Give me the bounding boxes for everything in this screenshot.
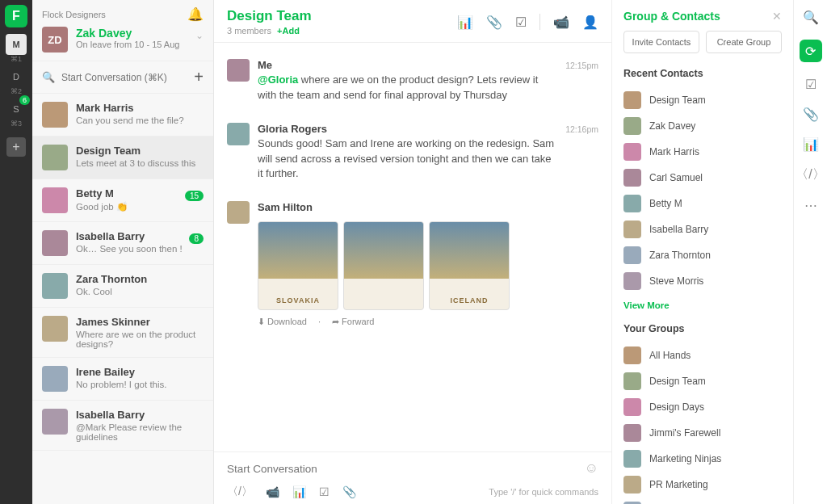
message-text: @Gloria where are we on the product desi…	[258, 73, 559, 103]
add-member-button[interactable]: +Add	[277, 26, 300, 36]
contact-name: Steve Morris	[649, 275, 703, 287]
view-more-contacts[interactable]: View More	[623, 300, 782, 310]
avatar	[623, 424, 641, 442]
group-item[interactable]: Jimmi's Farewell	[623, 420, 782, 446]
contact-name: Betty M	[649, 198, 682, 209]
conversation-item[interactable]: Zara ThorntonOk. Cool	[32, 265, 213, 308]
message-input[interactable]	[227, 463, 585, 475]
search-input[interactable]	[61, 72, 194, 83]
avatar	[623, 220, 641, 238]
chat-title: Design Team	[227, 8, 457, 24]
conversation-preview: Where are we on the product designs?	[76, 330, 201, 349]
forward-button[interactable]: ➦ Forward	[332, 317, 374, 327]
conversation-item[interactable]: Isabella BarryOk… See you soon then !8	[32, 222, 213, 265]
invite-contacts-button[interactable]: Invite Contacts	[623, 31, 699, 53]
group-item[interactable]: Marketing Ninjas	[623, 446, 782, 472]
files-icon[interactable]: 📎	[803, 107, 819, 122]
dev-icon[interactable]: 〈/〉	[796, 166, 825, 183]
conversation-title: Zara Thornton	[76, 273, 147, 285]
attach-small-icon[interactable]: 📎	[342, 485, 356, 498]
profile-menu[interactable]: ZD Zak Davey On leave from 10 - 15 Aug ⌄	[32, 23, 213, 61]
create-group-button[interactable]: Create Group	[706, 31, 782, 53]
avatar	[623, 272, 641, 290]
avatar	[623, 450, 641, 468]
todo-icon[interactable]: ☑	[515, 15, 527, 30]
attachment-icon[interactable]: 📎	[486, 15, 502, 30]
avatar	[623, 143, 641, 161]
history-icon[interactable]: ⟳	[800, 40, 822, 62]
recent-contact-item[interactable]: Design Team	[623, 87, 782, 113]
recent-contact-item[interactable]: Steve Morris	[623, 268, 782, 294]
group-item[interactable]: All Hands	[623, 342, 782, 368]
workspace-s[interactable]: S6	[6, 99, 27, 120]
app-logo[interactable]: F	[5, 5, 27, 27]
conversation-list: Mark HarrisCan you send me the file?Desi…	[32, 94, 213, 504]
poll-icon[interactable]: 📊	[457, 15, 473, 30]
unread-badge: 8	[189, 233, 204, 244]
more-icon[interactable]: ⋯	[804, 198, 817, 213]
notifications-icon[interactable]: 🔔	[187, 6, 204, 22]
profile-status: On leave from 10 - 15 Aug	[76, 40, 179, 49]
close-icon[interactable]: ✕	[772, 10, 782, 23]
global-search-icon[interactable]: 🔍	[803, 10, 819, 25]
message: Me@Gloria where are we on the product de…	[227, 59, 598, 103]
todo-small-icon[interactable]: ☑	[319, 485, 330, 498]
workspace-d[interactable]: D	[6, 66, 27, 87]
recent-contacts-header: Recent Contacts	[623, 68, 782, 79]
workspace-m[interactable]: M	[6, 34, 27, 55]
message: Sam HiltonSLOVAKIAICELAND⬇ Download · ➦ …	[227, 201, 598, 327]
avatar	[42, 230, 68, 256]
recent-contact-item[interactable]: Mark Harris	[623, 139, 782, 165]
conversation-item[interactable]: Design TeamLets meet at 3 to discuss thi…	[32, 136, 213, 179]
avatar	[42, 145, 68, 170]
conversation-title: Betty M	[76, 187, 128, 200]
group-item[interactable]: PR Marketing	[623, 472, 782, 498]
contacts-title: Group & Contacts	[623, 10, 720, 23]
attachment-card[interactable]: ICELAND	[429, 221, 510, 310]
conversation-item[interactable]: Isabella Barry@Mark Please review the gu…	[32, 401, 213, 451]
new-conversation-button[interactable]: +	[194, 68, 204, 86]
recent-contact-item[interactable]: Zak Davey	[623, 113, 782, 139]
avatar	[623, 91, 641, 109]
message-text: Sounds good! Sam and Irene are working o…	[258, 136, 559, 183]
conversation-title: Irene Bailey	[76, 366, 167, 378]
recent-contact-item[interactable]: Betty M	[623, 191, 782, 216]
message-sender: Me	[258, 59, 559, 71]
attachment-card[interactable]	[343, 221, 424, 310]
download-button[interactable]: ⬇ Download	[258, 317, 307, 327]
conversation-sidebar: Flock Designers 🔔 ZD Zak Davey On leave …	[32, 0, 214, 504]
mention[interactable]: @Gloria	[258, 74, 298, 86]
video-call-icon[interactable]: 📹	[553, 15, 569, 30]
contact-name: Design Team	[649, 376, 706, 387]
group-item[interactable]: Team Outing	[623, 498, 782, 504]
add-person-icon[interactable]: 👤	[582, 15, 598, 30]
group-item[interactable]: Design Days	[623, 394, 782, 420]
recent-contact-item[interactable]: Zara Thornton	[623, 242, 782, 268]
group-item[interactable]: Design Team	[623, 368, 782, 394]
conversation-item[interactable]: James SkinnerWhere are we on the product…	[32, 308, 213, 358]
message-time: 12:16pm	[565, 123, 598, 134]
avatar	[623, 246, 641, 264]
conversation-title: Isabella Barry	[76, 230, 183, 242]
chat-pane: Design Team 3 members +Add 📊 📎 ☑ 📹 👤 Me@…	[214, 0, 611, 504]
message-sender: Sam Hilton	[258, 201, 598, 213]
recent-contact-item[interactable]: Carl Samuel	[623, 165, 782, 191]
avatar	[623, 117, 641, 135]
video-icon[interactable]: 📹	[266, 485, 279, 498]
code-snippet-icon[interactable]: 〈/〉	[227, 485, 253, 499]
avatar	[42, 187, 68, 213]
conversation-item[interactable]: Mark HarrisCan you send me the file?	[32, 94, 213, 136]
contact-name: Design Team	[649, 94, 706, 106]
org-name: Flock Designers	[42, 10, 106, 19]
add-workspace-button[interactable]: +	[6, 137, 26, 157]
tasks-icon[interactable]: ☑	[805, 77, 817, 92]
conversation-item[interactable]: Betty MGood job 👏15	[32, 179, 213, 222]
contact-name: Marketing Ninjas	[649, 453, 721, 464]
conversation-item[interactable]: Irene BaileyNo problem! I got this.	[32, 358, 213, 401]
poll-small-icon[interactable]: 📊	[292, 485, 306, 498]
emoji-icon[interactable]: ☺	[585, 460, 598, 477]
contact-name: Mark Harris	[649, 146, 699, 158]
analytics-icon[interactable]: 📊	[803, 136, 819, 152]
attachment-card[interactable]: SLOVAKIA	[258, 221, 338, 310]
recent-contact-item[interactable]: Isabella Barry	[623, 216, 782, 242]
